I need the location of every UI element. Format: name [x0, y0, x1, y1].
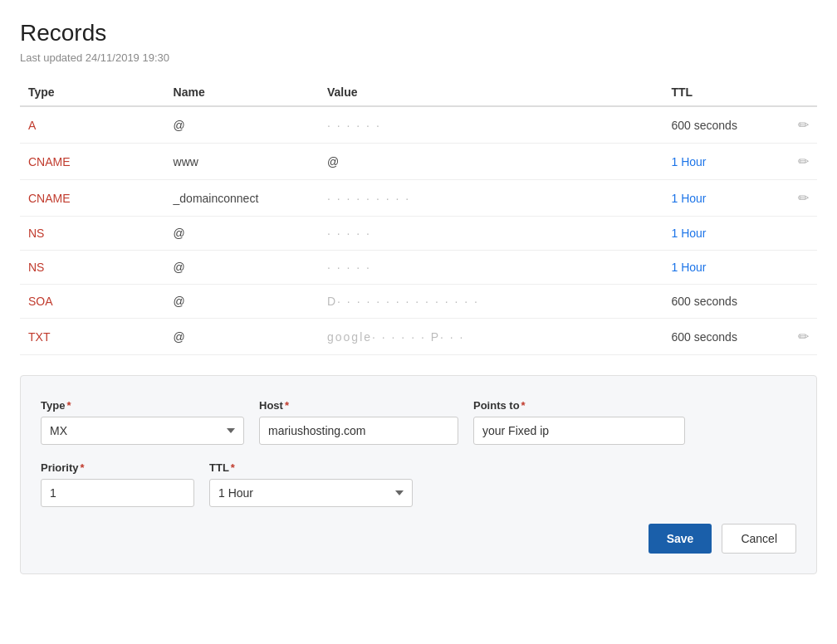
table-row: A @ · · · · · · 600 seconds ✏: [20, 106, 817, 144]
table-row: CNAME www @ 1 Hour ✏: [20, 144, 817, 180]
table-row: TXT @ google· · · · · · P· · · 600 secon…: [20, 319, 817, 355]
record-name: @: [165, 319, 319, 355]
type-select[interactable]: A AAAA CNAME MX NS SOA TXT: [41, 417, 244, 445]
type-required: *: [66, 399, 71, 412]
priority-required: *: [81, 461, 85, 474]
col-header-name: Name: [165, 79, 319, 106]
priority-input[interactable]: [41, 479, 194, 507]
type-group: Type* A AAAA CNAME MX NS SOA TXT: [41, 399, 244, 445]
host-group: Host*: [259, 399, 458, 445]
ttl-select[interactable]: 1/2 Hour 1 Hour 2 Hours 4 Hours 12 Hours…: [209, 479, 413, 507]
edit-button[interactable]: ✏: [781, 180, 817, 217]
record-type: SOA: [20, 285, 165, 319]
table-row: NS @ · · · · · 1 Hour: [20, 217, 817, 251]
table-row: NS @ · · · · · 1 Hour: [20, 251, 817, 285]
ttl-group: TTL* 1/2 Hour 1 Hour 2 Hours 4 Hours 12 …: [209, 461, 413, 507]
record-name: www: [165, 144, 319, 180]
record-type: CNAME: [20, 144, 165, 180]
record-value: D· · · · · · · · · · · · · · ·: [319, 285, 663, 319]
points-to-input[interactable]: [473, 417, 685, 445]
record-ttl: 1 Hour: [663, 144, 781, 180]
record-name: @: [165, 217, 319, 251]
record-ttl: 1 Hour: [663, 180, 781, 217]
type-label: Type*: [41, 399, 244, 412]
record-type: A: [20, 106, 165, 144]
col-header-ttl: TTL: [663, 79, 781, 106]
record-value: · · · · · · · · ·: [319, 180, 663, 217]
ttl-required: *: [231, 461, 235, 474]
record-ttl: 1 Hour: [663, 217, 781, 251]
page-title: Records: [20, 20, 817, 46]
col-header-type: Type: [20, 79, 165, 106]
form-actions: Save Cancel: [41, 524, 796, 554]
host-input[interactable]: [259, 417, 458, 445]
cancel-button[interactable]: Cancel: [722, 524, 796, 554]
edit-button[interactable]: ✏: [781, 106, 817, 144]
record-name: @: [165, 106, 319, 144]
record-name: @: [165, 251, 319, 285]
edit-button[interactable]: ✏: [781, 319, 817, 355]
record-type: NS: [20, 217, 165, 251]
record-type: TXT: [20, 319, 165, 355]
table-row: CNAME _domainconnect · · · · · · · · · 1…: [20, 180, 817, 217]
record-name: @: [165, 285, 319, 319]
host-label: Host*: [259, 399, 458, 412]
record-value: @: [319, 144, 663, 180]
record-type: NS: [20, 251, 165, 285]
edit-button[interactable]: ✏: [781, 144, 817, 180]
records-table: Type Name Value TTL A @ · · · · · · 600 …: [20, 79, 817, 355]
col-header-edit: [781, 79, 817, 106]
col-header-value: Value: [319, 79, 663, 106]
no-edit: [781, 251, 817, 285]
no-edit: [781, 217, 817, 251]
record-value: · · · · ·: [319, 217, 663, 251]
ttl-label: TTL*: [209, 461, 413, 474]
host-required: *: [285, 399, 289, 412]
record-ttl: 1 Hour: [663, 251, 781, 285]
points-to-label: Points to*: [473, 399, 685, 412]
record-value: google· · · · · · P· · ·: [319, 319, 663, 355]
add-record-form: Type* A AAAA CNAME MX NS SOA TXT Host* P…: [20, 375, 817, 574]
priority-group: Priority*: [41, 461, 194, 507]
record-ttl: 600 seconds: [663, 106, 781, 144]
record-type: CNAME: [20, 180, 165, 217]
save-button[interactable]: Save: [649, 524, 712, 554]
record-ttl: 600 seconds: [663, 319, 781, 355]
last-updated: Last updated 24/11/2019 19:30: [20, 51, 817, 64]
record-name: _domainconnect: [165, 180, 319, 217]
record-ttl: 600 seconds: [663, 285, 781, 319]
record-value: · · · · ·: [319, 251, 663, 285]
points-to-group: Points to*: [473, 399, 685, 445]
priority-label: Priority*: [41, 461, 194, 474]
table-row: SOA @ D· · · · · · · · · · · · · · · 600…: [20, 285, 817, 319]
record-value: · · · · · ·: [319, 106, 663, 144]
points-required: *: [521, 399, 526, 412]
no-edit: [781, 285, 817, 319]
